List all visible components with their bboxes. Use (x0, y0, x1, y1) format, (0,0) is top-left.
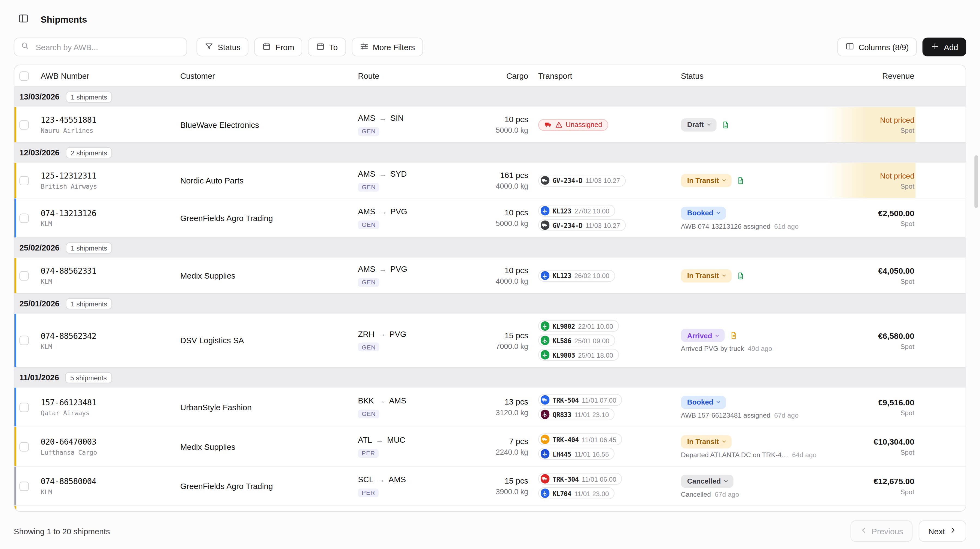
revenue-cell: €10,335.00Spot (825, 506, 915, 512)
plane-icon (540, 271, 549, 280)
table-row[interactable]: 020-66470003Lufthansa CargoMedix Supplie… (14, 427, 966, 466)
group-count-badge: 5 shipments (65, 372, 112, 383)
table-row[interactable]: 074-88562331KLMMedix SuppliesAMS→PVGGEN1… (14, 257, 966, 293)
row-status-accent (14, 107, 16, 142)
transport-chip[interactable]: KL58625/01 09.00 (538, 335, 615, 346)
row-checkbox[interactable] (19, 481, 29, 491)
transport-chip[interactable]: KL12327/02 10.00 (538, 205, 615, 217)
transport-chip[interactable]: KL12326/02 10.00 (538, 270, 615, 282)
row-checkbox[interactable] (19, 271, 29, 280)
arrow-right-icon: → (378, 330, 386, 338)
transport-chip[interactable]: TRK-30411/01 06.00 (538, 473, 622, 485)
row-status-accent (14, 506, 16, 512)
route-origin: AMS (358, 265, 375, 274)
select-all-checkbox[interactable] (19, 71, 29, 80)
status-note: Departed ATLANTA DC on TRK-4…64d ago (681, 451, 816, 458)
row-checkbox[interactable] (19, 213, 29, 222)
sidebar-toggle-button[interactable] (14, 10, 33, 29)
scrollbar-thumb[interactable] (974, 155, 978, 208)
awb-number: 020-66470003 (41, 437, 180, 447)
transport-chip[interactable]: LH44511/01 16.55 (538, 448, 614, 460)
rate-basis: Spot (900, 126, 914, 134)
transport-chip[interactable]: KL980222/01 10.00 (538, 320, 619, 332)
transport-chip[interactable]: TRK-40411/01 06.45 (538, 433, 622, 445)
arrow-right-icon: → (379, 265, 387, 273)
route-destination: PVG (390, 329, 406, 338)
airline-name: British Airways (41, 182, 180, 190)
arrow-right-icon: → (379, 169, 387, 178)
transport-chip[interactable]: QR83311/01 23.10 (538, 409, 614, 420)
sliders-icon (360, 42, 368, 52)
document-icon[interactable] (730, 331, 738, 339)
status-badge[interactable]: Arrived (681, 329, 725, 342)
status-cell: BookedAWB 157-66123481 assigned67d ago (676, 388, 825, 426)
cargo-type-badge: GEN (358, 409, 379, 418)
status-note-text: Arrived PVG by truck (681, 345, 744, 352)
plane-icon (540, 449, 549, 458)
next-page-button[interactable]: Next (919, 520, 966, 542)
arrow-right-icon: → (379, 114, 387, 122)
arrow-right-icon: → (379, 207, 387, 215)
document-icon[interactable] (736, 176, 745, 185)
status-filter-button[interactable]: Status (196, 38, 248, 56)
document-icon[interactable] (721, 120, 729, 129)
transport-cell: TRK-30411/01 06.00KL70411/01 23.00 (533, 467, 676, 505)
transport-time: 25/01 18.00 (578, 351, 613, 359)
route: ZRH→PVG (358, 329, 458, 338)
cargo-weight: 4000.0 kg (496, 182, 528, 190)
table-row[interactable]: 074-13213126KLMGreenFields Agro TradingA… (14, 198, 966, 238)
status-badge[interactable]: In Transit (681, 269, 731, 282)
table-row[interactable]: 074-88570002KLMBlueWave ElectronicsHKG→A… (14, 505, 966, 512)
date-group-header: 25/02/20261 shipments (14, 238, 966, 258)
status-badge[interactable]: In Transit (681, 174, 731, 187)
transport-chip[interactable]: TRK-50411/01 07.00 (538, 394, 622, 406)
route: AMS→SYD (358, 169, 458, 178)
table-footer: Showing 1 to 20 shipments Previous Next (0, 512, 980, 549)
from-date-filter-button[interactable]: From (254, 38, 302, 56)
cargo-weight: 7000.0 kg (496, 342, 528, 350)
table-row[interactable]: 074-88580004KLMGreenFields Agro TradingS… (14, 466, 966, 505)
chevron-right-icon (949, 526, 957, 536)
transport-time: 11/03 10.27 (585, 177, 620, 184)
table-row[interactable]: 074-88562342KLMDSV Logistics SAZRH→PVGGE… (14, 313, 966, 367)
transport-time: 11/03 10.27 (585, 221, 620, 229)
row-status-accent (14, 388, 16, 426)
table-row[interactable]: 157-66123481Qatar AirwaysUrbanStyle Fash… (14, 387, 966, 427)
transport-cell: TRK-20411/01 16.00 (533, 506, 676, 512)
status-badge[interactable]: Booked (681, 396, 726, 409)
previous-page-button[interactable]: Previous (850, 520, 913, 542)
transport-chip[interactable]: GV-234-D11/03 10.27 (538, 219, 626, 231)
transport-chip[interactable]: KL980325/01 18.00 (538, 349, 619, 361)
status-badge[interactable]: Booked (681, 206, 726, 219)
transport-time: 11/01 23.10 (574, 410, 609, 418)
transport-cell: KL12327/02 10.00GV-234-D11/03 10.27 (533, 198, 676, 237)
status-badge[interactable]: In Transit (681, 435, 731, 448)
to-date-filter-button[interactable]: To (308, 38, 346, 56)
row-checkbox[interactable] (19, 336, 29, 345)
more-filters-button[interactable]: More Filters (352, 38, 423, 56)
row-checkbox[interactable] (19, 402, 29, 412)
revenue-cell: €6,580.00Spot (825, 314, 915, 367)
date-group-header: 25/01/20261 shipments (14, 293, 966, 313)
transport-chip[interactable]: KL70411/01 23.00 (538, 487, 614, 500)
revenue-cell: €12,675.00Spot (825, 467, 915, 505)
unassigned-transport-chip[interactable]: Unassigned (538, 118, 608, 131)
status-badge[interactable]: Cancelled (681, 474, 733, 487)
row-checkbox[interactable] (19, 442, 29, 451)
table-row[interactable]: 125-12312311British AirwaysNordic Auto P… (14, 162, 966, 198)
transport-chip[interactable]: GV-234-D11/03 10.27 (538, 174, 626, 187)
row-checkbox[interactable] (19, 120, 29, 129)
status-badge[interactable]: Draft (681, 118, 716, 131)
document-icon[interactable] (736, 271, 745, 280)
row-checkbox[interactable] (19, 176, 29, 185)
transport-code: TRK-304 (553, 475, 579, 483)
status-note-text: AWB 157-66123481 assigned (681, 411, 770, 419)
table-row[interactable]: 123-45551881Nauru AirlinesBlueWave Elect… (14, 107, 966, 142)
toolbar: Status From To More Filters Columns (8/ (0, 32, 980, 56)
search-input[interactable] (34, 42, 180, 52)
columns-button[interactable]: Columns (8/9) (837, 38, 917, 56)
add-shipment-button[interactable]: Add (923, 38, 966, 56)
group-date: 12/03/2026 (19, 148, 59, 157)
status-cell: In TransitDeparted ATLANTA DC on TRK-4…6… (676, 427, 825, 466)
status-label: Draft (687, 121, 704, 128)
